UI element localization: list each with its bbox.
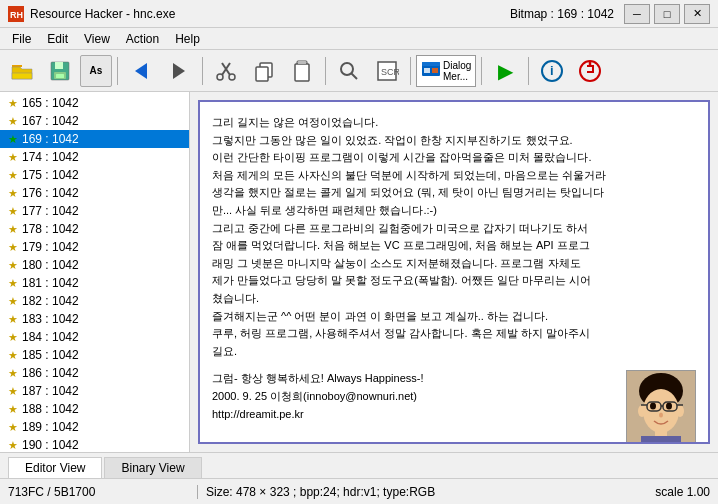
tree-item-label: 186 : 1042 [22,366,79,380]
tree-item-label: 180 : 1042 [22,258,79,272]
tree-item[interactable]: ★185 : 1042 [0,346,189,364]
tree-item[interactable]: ★190 : 1042 [0,436,189,452]
separator-6 [528,57,529,85]
cut-button[interactable] [208,53,244,89]
open-button[interactable] [4,53,40,89]
bitmap-content: 그리 길지는 않은 여정이었습니다. 그렇지만 그동안 많은 일이 있었죠. 작… [212,114,696,444]
app-icon: RH [8,6,24,22]
menu-item-edit[interactable]: Edit [39,30,76,48]
tree-item[interactable]: ★179 : 1042 [0,238,189,256]
star-icon: ★ [8,151,18,164]
tab-editor[interactable]: Editor View [8,457,102,478]
star-icon: ★ [8,367,18,380]
window-title: Resource Hacker - hnc.exe [30,7,510,21]
menu-item-action[interactable]: Action [118,30,167,48]
tree-item[interactable]: ★187 : 1042 [0,382,189,400]
star-icon: ★ [8,169,18,182]
tree-item[interactable]: ★169 : 1042 [0,130,189,148]
right-panel: 그리 길지는 않은 여정이었습니다. 그렇지만 그동안 많은 일이 있었죠. 작… [190,92,718,452]
statusbar: 713FC / 5B1700 Size: 478 × 323 ; bpp:24;… [0,478,718,504]
star-icon: ★ [8,331,18,344]
copy-button[interactable] [246,53,282,89]
svg-point-43 [659,413,663,418]
save-exe-button[interactable] [42,53,78,89]
tree-item[interactable]: ★184 : 1042 [0,328,189,346]
tree-item-label: 189 : 1042 [22,420,79,434]
tree-item-label: 165 : 1042 [22,96,79,110]
author-photo [626,370,696,444]
find-button[interactable] [331,53,367,89]
star-icon: ★ [8,259,18,272]
tree-item[interactable]: ★181 : 1042 [0,274,189,292]
toolbar: As [0,50,718,92]
svg-text:i: i [550,63,554,78]
image-viewer: 그리 길지는 않은 여정이었습니다. 그렇지만 그동안 많은 일이 있었죠. 작… [198,100,710,444]
menubar: FileEditViewActionHelp [0,28,718,50]
compile-button[interactable]: SCR [369,53,405,89]
save-as-button[interactable]: As [80,55,112,87]
dialog-editor-button[interactable]: Dialog Mer... [416,55,476,87]
tree-item-label: 177 : 1042 [22,204,79,218]
back-button[interactable] [123,53,159,89]
maximize-button[interactable]: □ [654,4,680,24]
tree-item-label: 176 : 1042 [22,186,79,200]
tree-item-label: 179 : 1042 [22,240,79,254]
signature-line: 그럼- 항상 행복하세요! Always Happiness-! [212,370,616,388]
tree-item-label: 174 : 1042 [22,150,79,164]
bitmap-info: Bitmap : 169 : 1042 [510,7,614,21]
tree-item-label: 185 : 1042 [22,348,79,362]
tree-item[interactable]: ★174 : 1042 [0,148,189,166]
star-icon: ★ [8,133,18,146]
close-button[interactable]: ✕ [684,4,710,24]
info-button[interactable]: i [534,53,570,89]
url-line: http://dreamit.pe.kr [212,406,616,424]
tree-item[interactable]: ★186 : 1042 [0,364,189,382]
tab-bar: Editor ViewBinary View [0,452,718,478]
tree-item[interactable]: ★167 : 1042 [0,112,189,130]
tree-item-label: 167 : 1042 [22,114,79,128]
tree-item-label: 181 : 1042 [22,276,79,290]
menu-item-view[interactable]: View [76,30,118,48]
tree-item[interactable]: ★176 : 1042 [0,184,189,202]
tree-item[interactable]: ★189 : 1042 [0,418,189,436]
star-icon: ★ [8,97,18,110]
tree-item[interactable]: ★182 : 1042 [0,292,189,310]
titlebar: RH Resource Hacker - hnc.exe Bitmap : 16… [0,0,718,28]
resource-tree: ★165 : 1042★167 : 1042★169 : 1042★174 : … [0,92,190,452]
svg-rect-18 [298,61,306,64]
tab-binary[interactable]: Binary View [104,457,201,478]
tree-item[interactable]: ★188 : 1042 [0,400,189,418]
menu-item-help[interactable]: Help [167,30,208,48]
tree-item-label: 169 : 1042 [22,132,79,146]
tree-item[interactable]: ★175 : 1042 [0,166,189,184]
exit-button[interactable] [572,53,608,89]
menu-item-file[interactable]: File [4,30,39,48]
main-text-block: 그리 길지는 않은 여정이었습니다. 그렇지만 그동안 많은 일이 있었죠. 작… [212,114,696,360]
svg-rect-5 [55,62,63,69]
svg-marker-8 [135,63,147,79]
window-controls: ─ □ ✕ [624,4,710,24]
star-icon: ★ [8,223,18,236]
run-button[interactable]: ▶ [487,53,523,89]
svg-point-34 [638,405,646,417]
author-section: 그럼- 항상 행복하세요! Always Happiness-! 2000. 9… [212,370,696,444]
separator-4 [410,57,411,85]
star-icon: ★ [8,313,18,326]
svg-marker-9 [173,63,185,79]
tree-item[interactable]: ★178 : 1042 [0,220,189,238]
forward-button[interactable] [161,53,197,89]
svg-rect-24 [422,62,440,66]
tree-item[interactable]: ★183 : 1042 [0,310,189,328]
author-text: 그럼- 항상 행복하세요! Always Happiness-! 2000. 9… [212,370,616,423]
star-icon: ★ [8,295,18,308]
separator-3 [325,57,326,85]
tree-item[interactable]: ★165 : 1042 [0,94,189,112]
star-icon: ★ [8,241,18,254]
minimize-button[interactable]: ─ [624,4,650,24]
svg-rect-2 [12,65,22,67]
tree-item[interactable]: ★180 : 1042 [0,256,189,274]
status-scale: scale 1.00 [655,485,710,499]
paste-button[interactable] [284,53,320,89]
star-icon: ★ [8,205,18,218]
tree-item[interactable]: ★177 : 1042 [0,202,189,220]
